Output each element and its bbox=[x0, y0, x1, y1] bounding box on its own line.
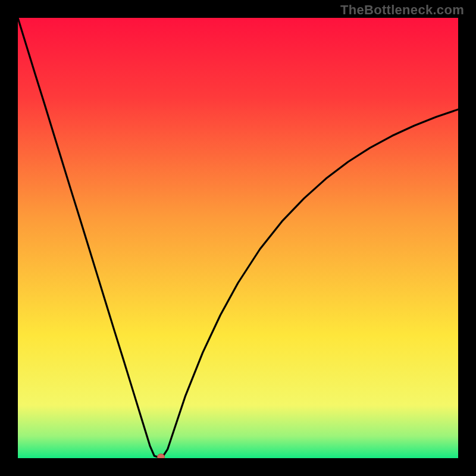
chart-frame: TheBottleneck.com bbox=[0, 0, 476, 476]
watermark-text: TheBottleneck.com bbox=[340, 2, 464, 18]
gradient-background bbox=[18, 18, 458, 458]
plot-area bbox=[18, 18, 458, 458]
chart-svg bbox=[18, 18, 458, 458]
min-marker bbox=[158, 454, 165, 458]
